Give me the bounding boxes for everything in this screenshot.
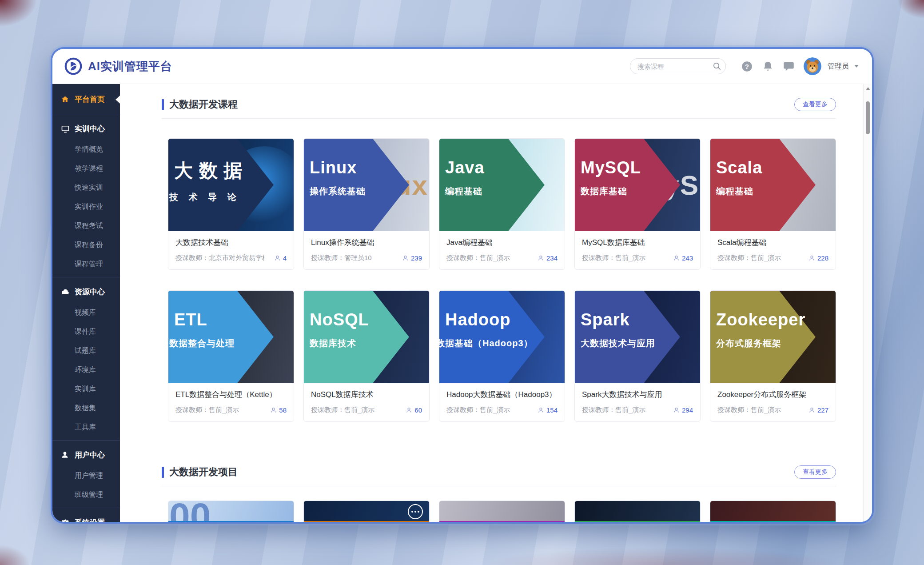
monitor-icon — [61, 124, 70, 133]
home-icon — [61, 95, 70, 104]
sidebar-item-label: 平台首页 — [75, 94, 105, 104]
project-banner: 大数据开发案例 — [710, 521, 836, 522]
sidebar-group-resource-center[interactable]: 资源中心 — [52, 280, 120, 303]
notifications-bell-icon[interactable] — [762, 60, 774, 72]
sidebar-item-environment-library[interactable]: 环境库 — [52, 361, 120, 380]
project-banner: 大数据开发案例 — [168, 521, 294, 522]
scrollbar-thumb[interactable] — [866, 101, 870, 134]
project-card[interactable]: 大数据开发案例 — [574, 501, 701, 522]
user-avatar[interactable] — [804, 57, 821, 75]
sidebar-item-course-exams[interactable]: 课程考试 — [52, 216, 120, 236]
project-cover: 大数据开发案例 — [574, 501, 701, 522]
main-content: 大数据开发课程 查看更多 大 数 据 技 术 导 论 大数据技术基础 — [120, 84, 872, 522]
project-card[interactable]: 00 大数据开发案例 — [168, 501, 294, 522]
sidebar-item-courseware-library[interactable]: 课件库 — [52, 322, 120, 341]
sidebar-item-quick-training[interactable]: 快速实训 — [52, 178, 120, 197]
course-teacher: 授课教师：售前_演示 — [446, 406, 510, 414]
sidebar-item-class-management[interactable]: 班级管理 — [52, 485, 120, 505]
course-card[interactable]: inux Linux 操作系统基础 Linux操作系统基础 授课教师：管理员10… — [303, 138, 430, 270]
sidebar-group-label: 用户中心 — [75, 450, 105, 460]
help-icon[interactable]: ? — [741, 60, 753, 72]
course-card[interactable]: Zookeeper 分布式服务框架 Zookeeper分布式服务框架 授课教师：… — [710, 290, 836, 422]
sidebar-item-tool-library[interactable]: 工具库 — [52, 418, 120, 437]
search-box[interactable] — [630, 58, 726, 74]
project-card[interactable]: 大数据开发案例 — [710, 501, 836, 522]
cover-big-text: Scala — [716, 158, 762, 177]
student-count: 60 — [406, 406, 422, 414]
svg-text:?: ? — [745, 63, 749, 70]
sidebar-divider — [52, 508, 120, 508]
sidebar-item-training-library[interactable]: 实训库 — [52, 380, 120, 399]
project-card[interactable]: 大数据开发案例 — [439, 501, 565, 522]
course-card[interactable]: Hadoop 大数据基础（Hadoop3） Hadoop大数据基础（Hadoop… — [439, 290, 565, 422]
section-title: 大数据开发项目 — [169, 465, 238, 479]
cloud-icon — [61, 288, 70, 297]
sidebar-item-video-library[interactable]: 视频库 — [52, 303, 120, 322]
sidebar-group-label: 实训中心 — [75, 124, 105, 134]
sidebar-item-course-management[interactable]: 课程管理 — [52, 255, 120, 274]
student-count: 154 — [538, 406, 558, 414]
gear-icon — [61, 518, 70, 522]
course-title: NoSQL数据库技术 — [311, 389, 422, 400]
course-card[interactable]: Scala 编程基础 Scala编程基础 授课教师：售前_演示 228 — [710, 138, 836, 270]
course-teacher: 授课教师：售前_演示 — [311, 406, 374, 414]
cover-big-text: Hadoop — [445, 310, 533, 329]
student-count: 228 — [808, 254, 828, 262]
cover-sub-text: 技 术 导 论 — [169, 191, 243, 203]
sidebar-group-training-center[interactable]: 实训中心 — [52, 117, 120, 140]
course-card[interactable]: 大 数 据 技 术 导 论 大数据技术基础 授课教师：北京市对外贸易学校教...… — [168, 138, 294, 270]
app-window: AI实训管理平台 ? — [52, 49, 872, 522]
brand: AI实训管理平台 — [64, 57, 172, 76]
cover-sub-text: 数据库技术 — [310, 337, 369, 349]
view-more-button[interactable]: 查看更多 — [794, 98, 836, 111]
course-cover: Spark 大数据技术与应用 — [575, 291, 700, 383]
course-cover: Java 编程基础 — [439, 139, 565, 231]
course-title: Scala编程基础 — [717, 237, 828, 248]
user-name[interactable]: 管理员 — [828, 62, 849, 71]
section-divider — [162, 118, 836, 119]
section-divider — [162, 486, 836, 486]
cover-sub-text: 编程基础 — [716, 185, 762, 197]
project-card-grid: 00 大数据开发案例 大数据开发案例 大数据开发案例 — [168, 501, 872, 522]
sidebar-group-user-center[interactable]: 用户中心 — [52, 444, 120, 466]
cover-big-text: Java — [445, 158, 485, 177]
course-cover: Scala 编程基础 — [710, 139, 836, 231]
sidebar-item-user-management[interactable]: 用户管理 — [52, 466, 120, 485]
course-title: Hadoop大数据基础（Hadoop3） — [446, 389, 558, 400]
sidebar-item-training-homework[interactable]: 实训作业 — [52, 197, 120, 216]
cover-sub-text: 大数据基础（Hadoop3） — [439, 337, 533, 349]
course-card[interactable]: MyS MySQL 数据库基础 MySQL数据库基础 授课教师：售前_演示 24… — [574, 138, 701, 270]
course-title: MySQL数据库基础 — [582, 237, 693, 248]
course-teacher: 授课教师：售前_演示 — [175, 406, 239, 414]
course-card[interactable]: ETL 数据整合与处理 ETL数据整合与处理（Kettle） 授课教师：售前_演… — [168, 290, 294, 422]
cover-big-text: Zookeeper — [716, 310, 805, 329]
search-icon[interactable] — [713, 62, 721, 72]
project-card[interactable]: 大数据开发案例 — [303, 501, 430, 522]
cover-big-text: NoSQL — [310, 310, 369, 329]
messages-chat-icon[interactable] — [783, 60, 795, 72]
course-cover: NoSQL 数据库技术 — [304, 291, 429, 383]
sidebar-group-system-settings[interactable]: 系统设置 — [52, 511, 120, 522]
sidebar-divider — [52, 440, 120, 441]
course-card[interactable]: NoSQL 数据库技术 NoSQL数据库技术 授课教师：售前_演示 60 — [303, 290, 430, 422]
sidebar-item-question-bank[interactable]: 试题库 — [52, 341, 120, 361]
cover-big-text: MySQL — [581, 158, 641, 177]
search-input[interactable] — [630, 58, 726, 74]
sidebar-item-learning-overview[interactable]: 学情概览 — [52, 140, 120, 159]
chevron-down-icon[interactable] — [854, 65, 859, 68]
sidebar-item-platform-home[interactable]: 平台首页 — [52, 88, 120, 111]
cover-sub-text: 编程基础 — [445, 185, 485, 197]
course-card[interactable]: Spark 大数据技术与应用 Spark大数据技术与应用 授课教师：售前_演示 … — [574, 290, 701, 422]
sidebar-item-teaching-courses[interactable]: 教学课程 — [52, 159, 120, 178]
course-card[interactable]: Java 编程基础 Java编程基础 授课教师：售前_演示 234 — [439, 138, 565, 270]
scrollbar-up-arrow[interactable] — [866, 87, 870, 90]
sidebar-item-datasets[interactable]: 数据集 — [52, 399, 120, 418]
course-teacher: 授课教师：售前_演示 — [446, 254, 510, 262]
view-more-button[interactable]: 查看更多 — [794, 465, 836, 479]
vertical-scrollbar[interactable] — [863, 84, 872, 522]
cover-sub-text: 分布式服务框架 — [716, 337, 805, 349]
sidebar-item-course-backup[interactable]: 课程备份 — [52, 236, 120, 255]
student-count: 227 — [808, 406, 828, 414]
project-cover: 大数据开发案例 — [439, 501, 565, 522]
student-count: 234 — [538, 254, 558, 262]
